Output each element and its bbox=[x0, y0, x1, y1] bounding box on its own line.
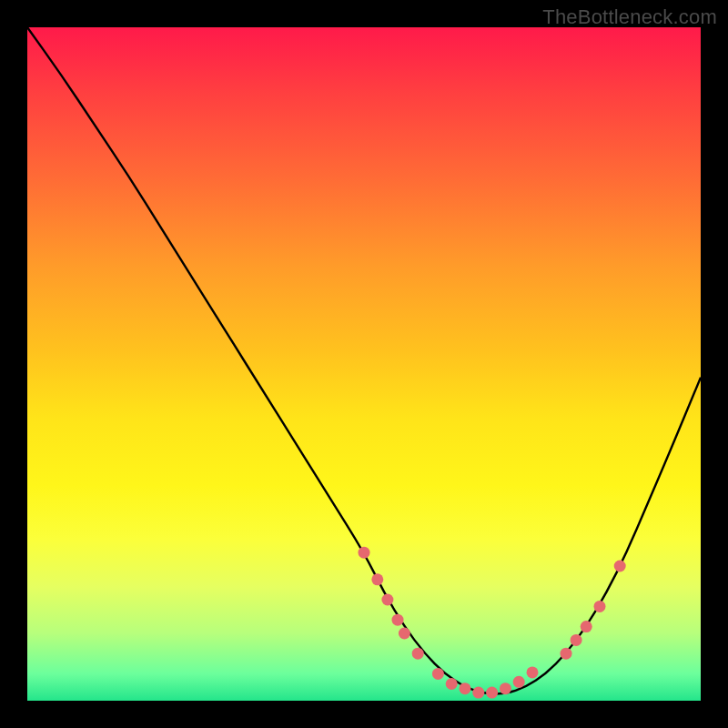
curve-marker bbox=[446, 678, 458, 690]
curve-marker bbox=[392, 614, 404, 626]
bottleneck-curve bbox=[27, 27, 701, 694]
curve-marker bbox=[500, 682, 511, 694]
curve-marker bbox=[371, 573, 383, 585]
curve-marker bbox=[399, 628, 410, 640]
curve-markers bbox=[359, 547, 626, 699]
curve-marker bbox=[513, 676, 525, 688]
curve-marker bbox=[527, 666, 539, 678]
curve-marker bbox=[381, 594, 393, 606]
curve-marker bbox=[412, 648, 424, 660]
curve-marker bbox=[571, 634, 582, 646]
curve-marker bbox=[432, 668, 444, 680]
watermark-text: TheBottleneck.com bbox=[542, 5, 717, 29]
curve-marker bbox=[561, 648, 572, 660]
bottleneck-curve-svg bbox=[27, 27, 701, 701]
curve-marker bbox=[460, 682, 471, 694]
chart-plot-area bbox=[27, 27, 701, 701]
curve-marker bbox=[472, 687, 484, 699]
curve-marker bbox=[614, 561, 626, 572]
curve-marker bbox=[486, 687, 498, 699]
curve-marker bbox=[581, 621, 592, 632]
curve-marker bbox=[359, 547, 370, 559]
curve-marker bbox=[594, 601, 606, 612]
